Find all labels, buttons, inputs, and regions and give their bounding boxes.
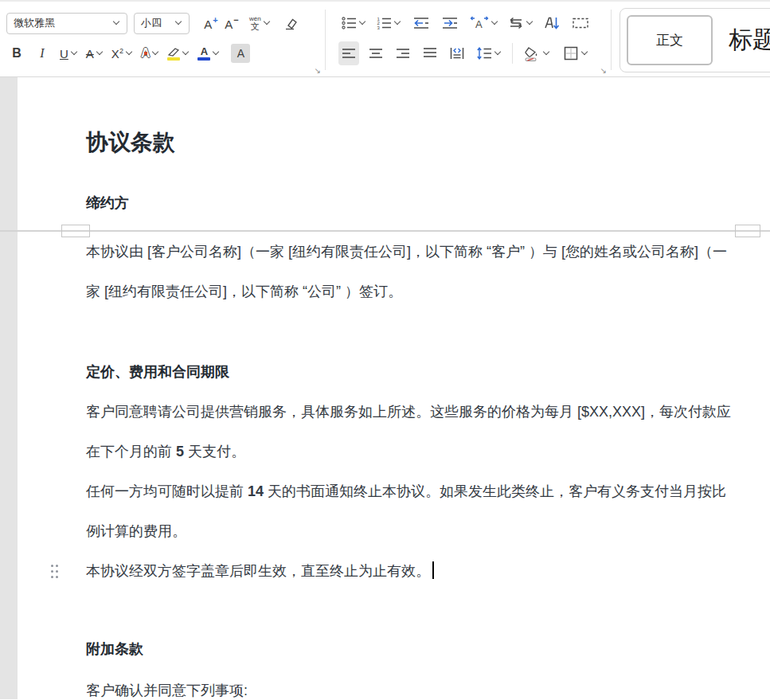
text-run: 本协议由 [客户公司名称]（一家 [纽约有限责任公司]，以下简称 “客户” ）与… [86,244,727,299]
text-run: 附加条款 [86,641,143,657]
document-body: 协议条款缔约方本协议由 [客户公司名称]（一家 [纽约有限责任公司]，以下简称 … [18,128,733,699]
bold-button[interactable]: B [6,41,27,65]
font-color-button[interactable]: A [195,41,222,65]
style-normal[interactable]: 正文 [627,15,713,65]
decrease-indent-button[interactable] [410,11,432,35]
shrink-font-button[interactable]: A− [221,11,242,35]
align-right-button[interactable] [393,41,413,65]
paint-bucket-icon [523,45,541,61]
distribute-button[interactable] [447,41,467,65]
document-page[interactable]: 协议条款缔约方本协议由 [客户公司名称]（一家 [纽约有限责任公司]，以下简称 … [18,77,770,699]
paragraph-drag-handle-icon[interactable] [49,563,60,580]
align-right-icon [395,45,411,61]
font-name-select[interactable]: 微软雅黑 [6,13,127,34]
pinyin-guide-icon: wén 文 [249,16,261,31]
font-color-icon: A [197,46,210,61]
text-effects-button[interactable]: A [139,41,162,65]
parties-heading[interactable]: 缔约方 [86,194,733,213]
align-left-icon [341,45,357,61]
termination-para[interactable]: 任何一方均可随时以提前 14 天的书面通知终止本协议。如果发生此类终止，客户有义… [86,471,733,551]
italic-icon: I [40,46,44,61]
clear-formatting-button[interactable] [279,11,300,35]
chevron-down-icon [213,49,219,55]
character-scale-button[interactable]: A [467,11,501,35]
text-run: 协议条款 [86,130,175,154]
pricing-heading[interactable]: 定价、费用和合同期限 [86,362,733,381]
grow-font-icon: A+ [204,15,217,31]
distribute-icon [449,45,465,61]
borders-button[interactable] [561,41,591,65]
text-effects-icon: A [141,46,150,61]
numbered-list-icon: 1 2 3 [376,15,392,31]
justify-button[interactable] [420,41,440,65]
shrink-font-icon: A− [225,15,238,31]
text-wrap-button[interactable] [506,11,536,35]
chevron-down-icon [394,18,401,25]
increase-indent-icon [441,15,459,31]
font-size-select[interactable]: 小四 [134,13,190,34]
formatting-toolbar: 微软雅黑 小四 A+ A− wén 文 [0,0,770,77]
bullet-list-icon [341,15,357,31]
chevron-down-icon [182,49,189,55]
page-gap-handle-left[interactable] [61,225,90,237]
effective-para[interactable]: 本协议经双方签字盖章后即生效，直至终止为止有效。 [86,551,733,591]
italic-button[interactable]: I [32,41,53,65]
sort-button[interactable] [541,11,563,35]
text-run: 14 [248,483,264,499]
highlighter-icon [167,47,180,61]
align-left-button[interactable] [338,41,359,65]
character-shading-button[interactable]: A [229,41,252,65]
highlight-button[interactable] [165,41,192,65]
chevron-down-icon [359,18,365,25]
chevron-down-icon [526,18,533,25]
parties-para[interactable]: 本协议由 [客户公司名称]（一家 [纽约有限责任公司]，以下简称 “客户” ）与… [86,232,733,311]
row-divider [512,43,513,64]
chevron-down-icon [543,49,549,55]
text-run: 缔约方 [86,195,129,211]
doc-title[interactable]: 协议条款 [86,128,733,157]
text-run: 任何一方均可随时以提前 [86,483,248,499]
chevron-down-icon [581,49,588,55]
text-wrap-icon [508,15,524,31]
styles-frame: 正文 标题 [620,8,770,72]
styles-gallery: 正文 标题 [612,2,770,76]
underline-icon: U [60,47,68,61]
dashed-frame-icon [572,16,589,30]
increase-indent-button[interactable] [439,11,461,35]
font-size-value: 小四 [141,16,162,30]
chevron-down-icon [491,18,498,25]
strikethrough-icon: A [86,47,94,61]
style-title[interactable]: 标题 [713,24,770,57]
expand-paragraph-group-icon[interactable]: ↘ [600,66,607,75]
expand-font-group-icon[interactable]: ↘ [315,66,321,75]
align-center-icon [368,45,384,61]
additional-heading[interactable]: 附加条款 [86,639,733,659]
page-margins-button[interactable] [569,11,592,35]
line-spacing-button[interactable] [474,41,504,65]
text-run: 客户确认并同意下列事项: [86,682,248,698]
bullet-list-button[interactable] [338,11,369,35]
chevron-down-icon [263,18,269,25]
text-run: 本协议经双方签字盖章后即生效，直至终止为止有效。 [86,563,430,579]
pinyin-guide-button[interactable]: wén 文 [247,11,273,35]
sort-icon [543,15,561,31]
style-normal-label: 正文 [656,31,683,49]
character-shading-icon: A [231,44,250,63]
chevron-down-icon [494,49,501,55]
pricing-para[interactable]: 客户同意聘请公司提供营销服务，具体服务如上所述。这些服务的价格为每月 [$XX,… [86,392,733,471]
grow-font-button[interactable]: A+ [201,11,221,35]
page-break-line [0,230,770,232]
superscript-button[interactable]: X2 [109,41,135,65]
svg-text:3: 3 [377,25,381,30]
text-run: 5 [176,444,184,459]
svg-text:A: A [475,18,483,30]
page-gap-handle-right[interactable] [735,225,760,237]
additional-para[interactable]: 客户确认并同意下列事项: [86,671,733,699]
strikethrough-button[interactable]: A [84,41,106,65]
chevron-down-icon [175,18,182,25]
numbered-list-button[interactable]: 1 2 3 [373,11,404,35]
align-center-button[interactable] [365,41,386,65]
shading-button[interactable] [521,41,553,65]
chevron-down-icon [113,18,119,25]
underline-button[interactable]: U [57,41,80,65]
